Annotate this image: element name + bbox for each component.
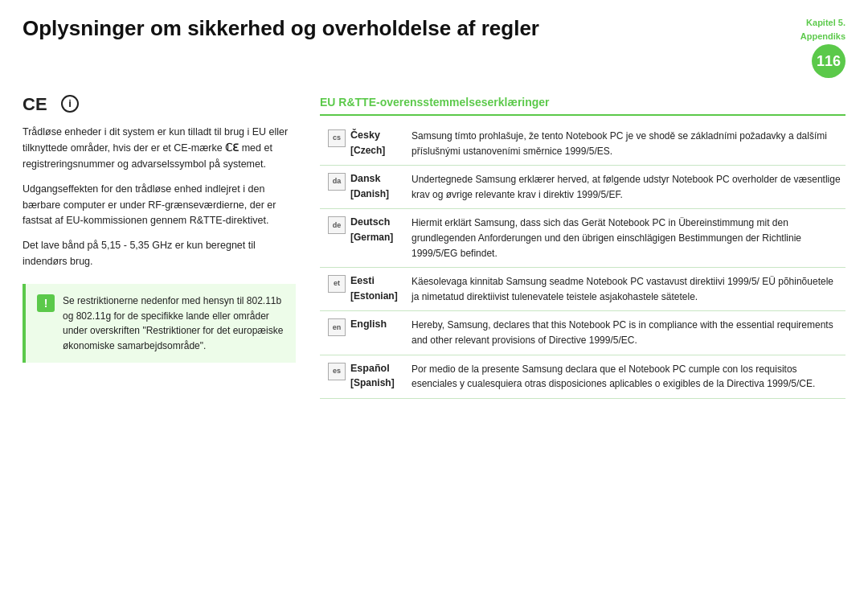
lang-description: Por medio de la presente Samsung declara… (408, 355, 845, 398)
lang-name-text: Español (350, 362, 395, 376)
lang-name-text: English (350, 318, 387, 332)
lang-name-text: Dansk (350, 172, 389, 187)
lang-name: Eesti[Estonian] (350, 274, 398, 303)
lang-description: Hiermit erklärt Samsung, dass sich das G… (408, 209, 845, 268)
lang-flag-box: etEesti[Estonian] (328, 274, 400, 303)
lang-name-text: Deutsch (350, 216, 393, 230)
flag-badge: cs (328, 129, 346, 147)
para2: Udgangseffekten for den trådløse enhed i… (23, 182, 296, 228)
lang-cell: enEnglish (320, 311, 408, 355)
section-title: EU R&TTE-overensstemmelseserklæringer (320, 94, 845, 116)
flag-badge: de (328, 216, 346, 234)
table-row: etEesti[Estonian]Käesolevaga kinnitab Sa… (320, 268, 845, 311)
flag-badge: da (328, 173, 346, 191)
language-table: csČesky[Czech]Samsung tímto prohlašuje, … (320, 122, 845, 399)
page-title: Oplysninger om sikkerhed og overholdelse… (23, 16, 749, 41)
lang-bracket: [Danish] (350, 187, 389, 201)
lang-bracket: [German] (350, 230, 393, 244)
ce-mark-icon: CE (23, 94, 53, 113)
lang-flag-box: esEspañol[Spanish] (328, 362, 400, 391)
page-header: Oplysninger om sikkerhed og overholdelse… (0, 0, 868, 86)
lang-cell: deDeutsch[German] (320, 209, 408, 268)
lang-flag-box: enEnglish (328, 318, 400, 336)
table-row: daDansk[Danish]Undertegnede Samsung erkl… (320, 166, 845, 209)
table-row: deDeutsch[German]Hiermit erklärt Samsung… (320, 209, 845, 268)
lang-name-text: Česky (350, 129, 385, 143)
lang-description: Samsung tímto prohlašuje, že tento Noteb… (408, 122, 845, 166)
lang-name: Česky[Czech] (350, 129, 385, 158)
lang-bracket: [Spanish] (350, 376, 395, 390)
table-row: enEnglishHereby, Samsung, declares that … (320, 311, 845, 355)
chapter-label-text: Kapitel 5.Appendiks (800, 18, 845, 41)
lang-cell: csČesky[Czech] (320, 122, 408, 166)
lang-name: English (350, 318, 387, 332)
lang-flag-box: daDansk[Danish] (328, 172, 400, 201)
para3: Det lave bånd på 5,15 - 5,35 GHz er kun … (23, 238, 296, 269)
lang-name: Dansk[Danish] (350, 172, 389, 201)
lang-bracket: [Czech] (350, 143, 385, 158)
warning-box: ! Se restriktionerne nedenfor med hensyn… (23, 284, 296, 363)
lang-cell: daDansk[Danish] (320, 166, 408, 209)
right-column: EU R&TTE-overensstemmelseserklæringer cs… (320, 94, 845, 399)
para1: Trådløse enheder i dit system er kun til… (23, 125, 296, 172)
warning-icon: ! (37, 294, 55, 312)
lang-name: Español[Spanish] (350, 362, 395, 391)
svg-text:CE: CE (23, 94, 47, 113)
lang-cell: esEspañol[Spanish] (320, 355, 408, 398)
lang-flag-box: csČesky[Czech] (328, 129, 400, 158)
left-column: CE i Trådløse enheder i dit system er ku… (23, 94, 296, 399)
main-content: CE i Trådløse enheder i dit system er ku… (0, 86, 868, 415)
table-row: esEspañol[Spanish]Por medio de la presen… (320, 355, 845, 398)
page-number-badge: 116 (812, 44, 845, 78)
table-row: csČesky[Czech]Samsung tímto prohlašuje, … (320, 122, 845, 166)
lang-description: Undertegnede Samsung erklærer herved, at… (408, 166, 845, 209)
lang-name: Deutsch[German] (350, 216, 393, 244)
icons-row: CE i (23, 94, 296, 113)
info-icon: i (61, 95, 79, 113)
lang-description: Hereby, Samsung, declares that this Note… (408, 311, 845, 355)
chapter-label: Kapitel 5.Appendiks (800, 16, 845, 43)
lang-cell: etEesti[Estonian] (320, 268, 408, 311)
chapter-badge: Kapitel 5.Appendiks 116 (749, 16, 845, 78)
warning-text: Se restriktionerne nedenfor med hensyn t… (63, 294, 285, 353)
lang-flag-box: deDeutsch[German] (328, 216, 400, 244)
flag-badge: en (328, 318, 346, 336)
lang-name-text: Eesti (350, 274, 398, 289)
page-container: Oplysninger om sikkerhed og overholdelse… (0, 0, 868, 616)
flag-badge: et (328, 275, 346, 293)
flag-badge: es (328, 363, 346, 380)
lang-description: Käesolevaga kinnitab Samsung seadme Note… (408, 268, 845, 311)
lang-bracket: [Estonian] (350, 289, 398, 303)
